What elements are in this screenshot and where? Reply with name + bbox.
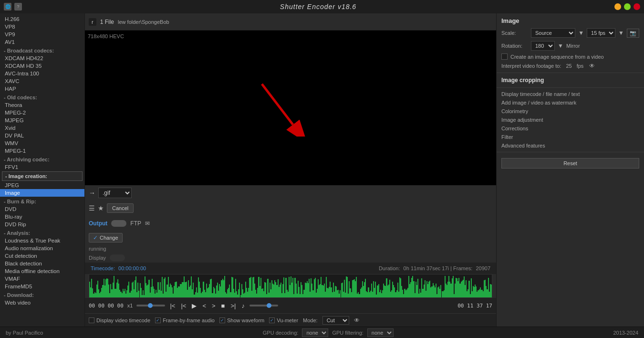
filter-link[interactable]: Filter xyxy=(497,133,644,141)
sidebar-item-media-offline[interactable]: Media offline detection xyxy=(0,267,84,275)
vumeter-label: Vu-meter xyxy=(277,317,298,323)
eye-interpret-icon[interactable]: 👁 xyxy=(589,63,595,69)
output-folder-bar: ✓ Change xyxy=(85,231,496,244)
mirror-label[interactable]: Mirror xyxy=(566,43,580,49)
sidebar-item-vp8[interactable]: VP8 xyxy=(0,23,84,31)
sidebar-item-mpeg2[interactable]: MPEG-2 xyxy=(0,109,84,116)
cancel-button[interactable]: Cancel xyxy=(107,203,134,213)
author-label: by Paul Pacifico xyxy=(6,330,43,336)
video-player[interactable] xyxy=(85,31,496,185)
timecode-checkbox[interactable] xyxy=(89,317,94,323)
sidebar-item-image[interactable]: Image xyxy=(0,189,84,197)
sidebar-item-bluray[interactable]: Blu-ray xyxy=(0,213,84,221)
sidebar-item-vmaf[interactable]: VMAF xyxy=(0,275,84,283)
change-button[interactable]: ✓ Change xyxy=(89,233,123,243)
sidebar-item-hap[interactable]: HAP xyxy=(0,85,84,93)
copyright-label: 2013-2024 xyxy=(613,330,638,336)
sequence-checkbox[interactable] xyxy=(501,53,508,60)
sidebar-item-xvid[interactable]: Xvid xyxy=(0,124,84,132)
sidebar-item-jpeg[interactable]: JPEG xyxy=(0,181,84,189)
add-watermark-link[interactable]: Add image / video as watermark xyxy=(497,98,644,107)
sidebar-item-mjpeg[interactable]: MJPEG xyxy=(0,116,84,124)
sidebar-item-wmv[interactable]: WMV xyxy=(0,139,84,147)
sidebar-item-xdcam-hd422[interactable]: XDCAM HD422 xyxy=(0,54,84,62)
colorimetry-link[interactable]: Colorimetry xyxy=(497,107,644,116)
sidebar-item-mpeg1[interactable]: MPEG-1 xyxy=(0,147,84,155)
close-button[interactable] xyxy=(634,3,640,10)
eye-icon[interactable]: 👁 xyxy=(354,317,360,324)
email-icon[interactable]: ✉ xyxy=(145,220,150,227)
display-timecode-link[interactable]: Display timecode / file name / text xyxy=(497,90,644,98)
waveform[interactable] xyxy=(89,274,492,298)
vumeter-option[interactable]: ✓ Vu-meter xyxy=(269,317,298,323)
time-display: 00 00 00 00 xyxy=(89,303,124,309)
sidebar-item-audio-norm[interactable]: Audio normalization xyxy=(0,244,84,252)
app-title: Shutter Encoder v18.6 xyxy=(280,3,356,11)
frame-audio-checkbox[interactable]: ✓ xyxy=(155,317,161,323)
btn-stop[interactable]: ■ xyxy=(220,302,226,309)
vumeter-checkbox[interactable]: ✓ xyxy=(269,317,275,323)
btn-prev[interactable]: < xyxy=(201,302,207,309)
sidebar-item-vp9[interactable]: VP9 xyxy=(0,31,84,38)
sidebar-item-theora[interactable]: Theora xyxy=(0,101,84,109)
frame-audio-option[interactable]: ✓ Frame-by-frame audio xyxy=(155,317,215,323)
star-icon[interactable]: ★ xyxy=(98,204,104,212)
btn-volume[interactable]: ♪ xyxy=(240,302,246,309)
screenshot-button[interactable]: 📷 xyxy=(627,29,639,38)
btn-play[interactable]: ▶ xyxy=(191,302,197,309)
sidebar-item-avc-intra[interactable]: AVC-Intra 100 xyxy=(0,70,84,77)
format-select[interactable]: .gif .png .jpg .tiff .bmp xyxy=(98,188,132,198)
sidebar-item-h266[interactable]: H.266 xyxy=(0,15,84,23)
sidebar-item-dvd[interactable]: DVD xyxy=(0,205,84,213)
output-toggle[interactable] xyxy=(111,220,126,227)
minimize-button[interactable] xyxy=(614,3,621,10)
sidebar-section-old: - Old codecs: xyxy=(0,93,84,101)
sidebar-item-loudness[interactable]: Loudness & True Peak xyxy=(0,237,84,244)
mode-select[interactable]: Cut Fade Loop xyxy=(322,316,349,325)
sidebar-item-xdcam-hd35[interactable]: XDCAM HD 35 xyxy=(0,62,84,70)
sidebar-item-av1[interactable]: AV1 xyxy=(0,38,84,46)
waveform-checkbox[interactable]: ✓ xyxy=(219,317,225,323)
sidebar-item-black-detection[interactable]: Black detection xyxy=(0,260,84,267)
waveform-option[interactable]: ✓ Show waveform xyxy=(219,317,264,323)
fps-select[interactable]: 15 fps 24 fps 25 fps 30 fps xyxy=(587,28,615,38)
sidebar-item-dvpal[interactable]: DV PAL xyxy=(0,132,84,139)
scale-dropdown-arrow: ▼ xyxy=(578,30,584,36)
sidebar-item-xavc[interactable]: XAVC xyxy=(0,77,84,85)
sidebar-item-dvdrip[interactable]: DVD Rip xyxy=(0,221,84,228)
display-row: Display xyxy=(85,253,496,263)
timecode-option[interactable]: Display video timecode xyxy=(89,317,150,323)
menu-icon[interactable]: ☰ xyxy=(89,204,95,212)
help-button[interactable]: ? xyxy=(14,3,22,11)
btn-prev-frame[interactable]: |< xyxy=(180,302,187,309)
sidebar-item-ffv1[interactable]: FFV1 xyxy=(0,163,84,171)
display-toggle[interactable] xyxy=(110,254,125,261)
sidebar-item-framemd5[interactable]: FrameMD5 xyxy=(0,283,84,290)
video-container: 718x480 HEVC xyxy=(85,31,496,185)
btn-next-frame[interactable]: >| xyxy=(229,302,237,309)
output-label: Output xyxy=(89,220,107,227)
volume-slider[interactable] xyxy=(249,305,278,306)
right-panel: Image Scale: Source 1920x1080 1280x720 7… xyxy=(496,13,644,327)
reset-button[interactable]: Reset xyxy=(501,158,639,169)
sequence-row: Create an image sequence from a video xyxy=(497,52,644,61)
corrections-link[interactable]: Corrections xyxy=(497,124,644,133)
rotation-select[interactable]: 180 0 90 270 xyxy=(531,41,555,51)
sidebar-item-cut-detection[interactable]: Cut detection xyxy=(0,252,84,260)
end-time-display: 00 11 37 17 xyxy=(457,303,492,309)
btn-to-start[interactable]: |< xyxy=(169,302,176,309)
rotation-dropdown-arrow: ▼ xyxy=(558,42,563,49)
maximize-button[interactable] xyxy=(624,3,631,10)
video-resolution: 718x480 HEVC xyxy=(88,33,124,39)
globe-button[interactable]: 🌐 xyxy=(4,3,11,11)
gpu-filtering-select[interactable]: none xyxy=(367,328,394,337)
sidebar-item-web-video[interactable]: Web video xyxy=(0,299,84,306)
speed-slider[interactable] xyxy=(136,305,165,306)
timecode-label: Timecode: 00:00:00:00 xyxy=(91,265,146,271)
file-count: 1 File xyxy=(100,19,114,25)
scale-select[interactable]: Source 1920x1080 1280x720 720x480 xyxy=(531,28,575,38)
gpu-decoding-select[interactable]: none xyxy=(302,328,328,337)
image-adjustment-link[interactable]: Image adjustment xyxy=(497,116,644,124)
btn-next[interactable]: > xyxy=(211,302,217,309)
advanced-features-link[interactable]: Advanced features xyxy=(497,141,644,150)
